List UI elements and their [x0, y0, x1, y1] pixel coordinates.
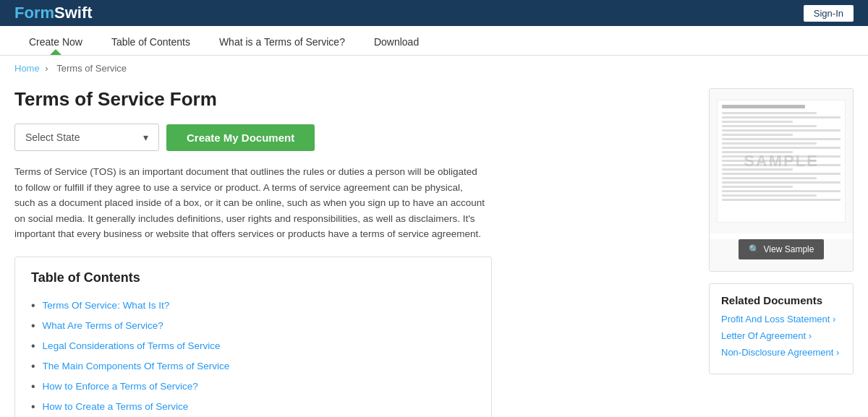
doc-line [722, 142, 817, 145]
nav-create-now[interactable]: Create Now [14, 26, 97, 55]
search-icon: 🔍 [749, 244, 760, 254]
related-documents-box: Related Documents Profit And Loss Statem… [709, 283, 854, 374]
state-select-label: Select State [25, 132, 80, 143]
doc-line [722, 125, 817, 127]
breadcrumb-separator: › [45, 63, 48, 74]
list-item: How to Enforce a Terms of Service? [31, 377, 475, 397]
create-document-button[interactable]: Create My Document [166, 124, 315, 151]
doc-line [722, 173, 841, 175]
doc-line [722, 168, 793, 171]
nav-what-is[interactable]: What is a Terms of Service? [205, 26, 359, 55]
related-link-3[interactable]: Non-Disclosure Agreement › [721, 347, 841, 358]
doc-line [722, 160, 817, 162]
header: FormSwift Sign-In [0, 0, 868, 26]
doc-line [722, 147, 841, 149]
state-select[interactable]: Select State ▾ [14, 124, 159, 151]
view-sample-label: View Sample [764, 244, 814, 254]
description-text: Terms of Service (TOS) is an important d… [14, 164, 485, 242]
logo-form: Form [14, 4, 54, 22]
view-sample-button[interactable]: 🔍 View Sample [739, 239, 825, 259]
doc-line [722, 121, 793, 123]
doc-line [722, 186, 793, 188]
toc-list: Terms Of Service: What Is It? What Are T… [31, 296, 475, 417]
toc-title: Table of Contents [31, 270, 475, 285]
sample-preview: SAMPLE [710, 89, 853, 233]
toc-link-1[interactable]: Terms Of Service: What Is It? [43, 300, 170, 311]
main-nav: Create Now Table of Contents What is a T… [0, 26, 868, 56]
doc-line [722, 181, 841, 184]
doc-line [722, 164, 841, 166]
doc-line [722, 194, 817, 197]
breadcrumb-home[interactable]: Home [14, 63, 40, 74]
logo-text: FormSwift [14, 4, 93, 22]
list-item: How to Create a Terms of Service [31, 397, 475, 417]
doc-line [722, 151, 793, 153]
toc-link-3[interactable]: Legal Considerations of Terms of Service [43, 340, 221, 351]
toc-link-5[interactable]: How to Enforce a Terms of Service? [43, 381, 198, 392]
sidebar: SAMPLE 🔍 View Sample Related Documents P… [709, 88, 854, 417]
logo-swift: Swift [54, 4, 93, 22]
related-link-2[interactable]: Letter Of Agreement › [721, 330, 841, 341]
doc-line [722, 138, 841, 140]
page-title: Terms of Service Form [14, 88, 694, 111]
nav-download[interactable]: Download [359, 26, 433, 55]
logo: FormSwift [14, 4, 93, 22]
doc-line [722, 116, 841, 119]
doc-line [722, 112, 817, 114]
form-row: Select State ▾ Create My Document [14, 124, 694, 151]
doc-line [722, 134, 793, 136]
sample-box: SAMPLE 🔍 View Sample [709, 88, 854, 272]
toc-link-2[interactable]: What Are Terms of Service? [43, 320, 163, 331]
list-item: Legal Considerations of Terms of Service [31, 336, 475, 356]
sign-in-button[interactable]: Sign-In [804, 5, 854, 22]
main-container: Terms of Service Form Select State ▾ Cre… [0, 81, 868, 417]
doc-line [722, 190, 841, 192]
list-item: What Are Terms of Service? [31, 316, 475, 336]
doc-line [722, 177, 817, 179]
breadcrumb-current: Terms of Service [56, 63, 127, 74]
list-item: The Main Components Of Terms of Service [31, 356, 475, 377]
toc-link-6[interactable]: How to Create a Terms of Service [43, 401, 189, 412]
breadcrumb: Home › Terms of Service [0, 56, 868, 81]
related-title: Related Documents [721, 294, 841, 306]
toc-box: Table of Contents Terms Of Service: What… [14, 257, 492, 417]
doc-line [722, 199, 841, 201]
nav-table-of-contents[interactable]: Table of Contents [97, 26, 205, 55]
content-left: Terms of Service Form Select State ▾ Cre… [14, 88, 694, 417]
related-link-1[interactable]: Profit And Loss Statement › [721, 314, 841, 324]
chevron-down-icon: ▾ [143, 132, 148, 143]
toc-link-4[interactable]: The Main Components Of Terms of Service [43, 361, 230, 371]
sample-doc: SAMPLE [717, 100, 846, 223]
doc-line [722, 155, 841, 158]
doc-lines [722, 105, 841, 201]
doc-line-title [722, 105, 805, 108]
list-item: Terms Of Service: What Is It? [31, 296, 475, 316]
doc-line [722, 129, 841, 132]
